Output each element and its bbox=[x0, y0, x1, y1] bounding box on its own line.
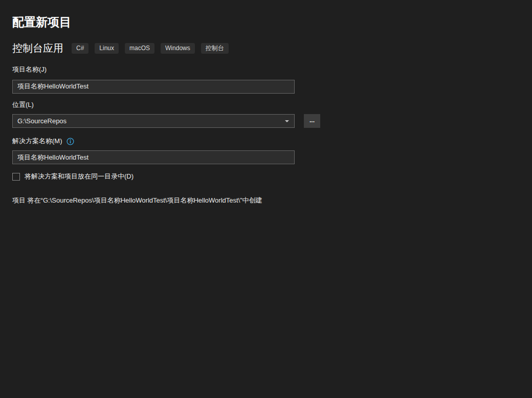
template-summary-row: 控制台应用 C# Linux macOS Windows 控制台 bbox=[12, 42, 520, 54]
solution-name-label: 解决方案名称(M) bbox=[12, 138, 62, 145]
tag-macos: macOS bbox=[125, 43, 154, 53]
same-directory-row: 将解决方案和项目放在同一目录中(D) bbox=[12, 172, 520, 181]
solution-name-label-row: 解决方案名称(M) bbox=[12, 138, 520, 145]
location-value: G:\SourceRepos bbox=[17, 117, 66, 125]
same-directory-checkbox[interactable] bbox=[12, 173, 20, 181]
location-combobox[interactable]: G:\SourceRepos bbox=[12, 114, 295, 128]
same-directory-label[interactable]: 将解决方案和项目放在同一目录中(D) bbox=[25, 172, 134, 181]
chevron-down-icon bbox=[285, 120, 289, 122]
location-label: 位置(L) bbox=[12, 101, 520, 108]
info-icon[interactable] bbox=[66, 138, 74, 145]
tag-linux: Linux bbox=[95, 43, 119, 53]
browse-button[interactable]: ... bbox=[304, 114, 320, 128]
tag-console: 控制台 bbox=[201, 43, 229, 53]
template-tag-list: C# Linux macOS Windows 控制台 bbox=[72, 43, 229, 53]
solution-name-input[interactable] bbox=[12, 150, 295, 164]
location-row: G:\SourceRepos ... bbox=[12, 114, 520, 128]
project-name-label: 项目名称(J) bbox=[12, 66, 520, 73]
project-name-input[interactable] bbox=[12, 80, 295, 94]
page-title: 配置新项目 bbox=[12, 15, 520, 29]
template-name: 控制台应用 bbox=[12, 42, 63, 54]
creation-note: 项目 将在“G:\SourceRepos\项目名称HelloWorldTest\… bbox=[12, 196, 520, 205]
tag-windows: Windows bbox=[161, 43, 195, 53]
tag-csharp: C# bbox=[72, 43, 88, 53]
configure-project-page: 配置新项目 控制台应用 C# Linux macOS Windows 控制台 项… bbox=[0, 0, 532, 205]
